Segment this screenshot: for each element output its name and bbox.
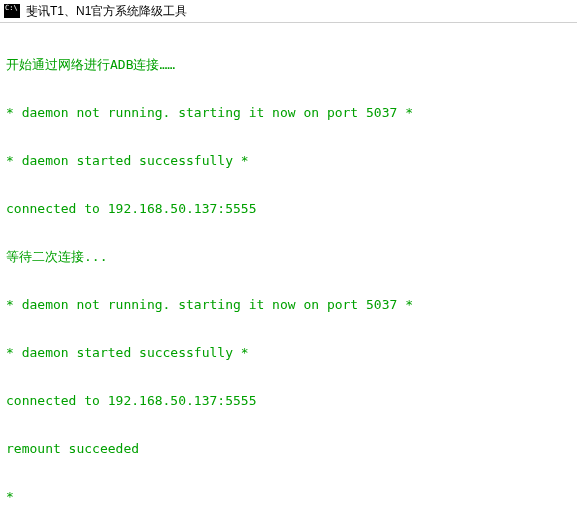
terminal-line: * daemon not running. starting it now on… <box>6 297 571 313</box>
window-titlebar[interactable]: 斐讯T1、N1官方系统降级工具 <box>0 0 577 23</box>
terminal-line: 开始通过网络进行ADB连接…… <box>6 57 571 73</box>
terminal-line: connected to 192.168.50.137:5555 <box>6 201 571 217</box>
terminal-line: remount succeeded <box>6 441 571 457</box>
window-title: 斐讯T1、N1官方系统降级工具 <box>26 3 187 20</box>
terminal-line: * daemon started successfully * <box>6 153 571 169</box>
terminal-line: connected to 192.168.50.137:5555 <box>6 393 571 409</box>
console-icon <box>4 4 20 18</box>
terminal-output: 开始通过网络进行ADB连接…… * daemon not running. st… <box>0 23 577 511</box>
terminal-line: 等待二次连接... <box>6 249 571 265</box>
terminal-line: * daemon not running. starting it now on… <box>6 105 571 121</box>
terminal-line: * <box>6 489 571 505</box>
terminal-line: * daemon started successfully * <box>6 345 571 361</box>
